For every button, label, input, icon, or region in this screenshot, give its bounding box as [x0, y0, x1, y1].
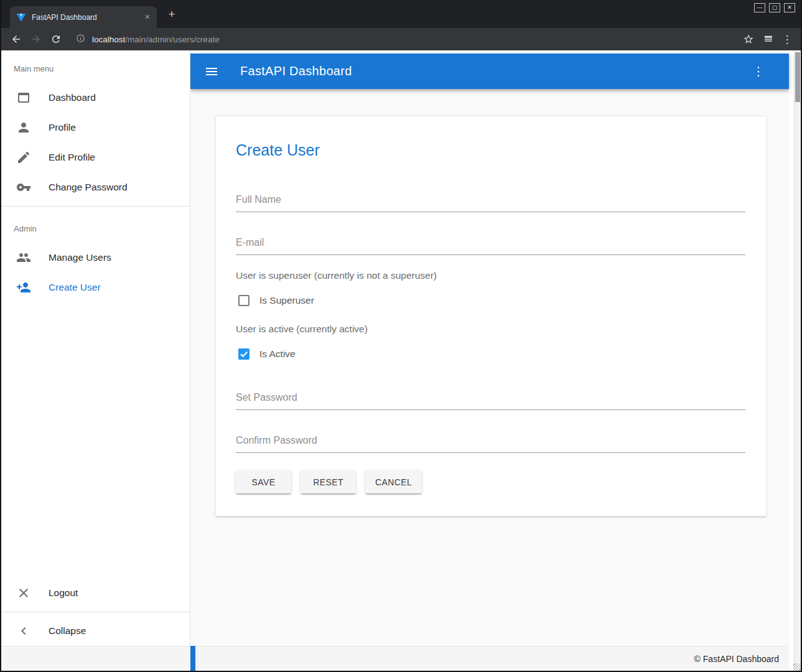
sidebar-item-dashboard[interactable]: Dashboard — [1, 83, 190, 113]
tab-close-icon[interactable]: × — [142, 12, 153, 23]
app-bar: FastAPI Dashboard ⋮ — [190, 54, 789, 89]
close-icon — [16, 586, 31, 600]
sidebar-item-edit-profile[interactable]: Edit Profile — [1, 142, 190, 172]
sidebar-item-manage-users[interactable]: Manage Users — [1, 243, 190, 273]
resize-grip-icon[interactable] — [793, 663, 801, 671]
app-area: Main menu Dashboard Profile Edit Profile — [1, 50, 801, 671]
sidebar-item-logout[interactable]: Logout — [1, 578, 190, 608]
confirm-password-input[interactable] — [236, 432, 745, 453]
sidebar-item-label: Dashboard — [49, 92, 96, 103]
person-icon — [16, 120, 31, 135]
extension-icon[interactable] — [760, 31, 776, 48]
sidebar-item-collapse[interactable]: Collapse — [1, 616, 190, 646]
dashboard-icon — [16, 90, 31, 105]
toolbar-right: ⋮ — [740, 31, 795, 48]
is-superuser-checkbox[interactable] — [238, 295, 249, 306]
people-icon — [16, 250, 31, 265]
tab-strip: FastAPI Dashboard × + — ▢ ✕ — [1, 0, 801, 28]
email-field-wrap — [236, 235, 745, 255]
url-text: localhost/main/admin/users/create — [92, 35, 220, 44]
site-info-icon[interactable] — [76, 34, 85, 45]
browser-menu-icon[interactable]: ⋮ — [780, 33, 795, 46]
create-user-card: Create User User is superuser (currently… — [215, 116, 767, 516]
superuser-hint: User is superuser (currently is not a su… — [236, 270, 745, 281]
window-controls: — ▢ ✕ — [754, 3, 795, 12]
email-input[interactable] — [236, 235, 745, 255]
is-active-checkbox[interactable] — [238, 348, 249, 360]
checkbox-label[interactable]: Is Superuser — [259, 295, 314, 306]
checkbox-label[interactable]: Is Active — [259, 348, 296, 360]
scrollbar-thumb[interactable] — [795, 52, 800, 102]
sidebar-item-label: Logout — [49, 587, 78, 599]
app-menu-icon[interactable]: ⋮ — [749, 62, 768, 81]
minimize-button[interactable]: — — [754, 3, 765, 12]
sidebar-item-create-user[interactable]: Create User — [1, 273, 190, 302]
key-icon — [16, 180, 31, 195]
close-window-button[interactable]: ✕ — [784, 3, 795, 12]
sidebar-item-change-password[interactable]: Change Password — [1, 172, 190, 202]
is-active-checkbox-row[interactable]: Is Active — [236, 348, 745, 360]
full-name-input[interactable] — [236, 192, 745, 212]
sidebar-section-admin: Admin — [1, 214, 190, 243]
set-password-field-wrap — [236, 390, 745, 410]
sidebar-divider — [1, 206, 190, 207]
confirm-password-field-wrap — [236, 432, 745, 453]
reset-button[interactable]: RESET — [301, 470, 356, 493]
copyright-text: © FastAPI Dashboard — [694, 654, 779, 664]
sidebar-item-label: Collapse — [49, 625, 86, 637]
form-actions: SAVE RESET CANCEL — [236, 470, 745, 493]
active-hint: User is active (currently active) — [236, 324, 745, 335]
hamburger-menu-icon[interactable] — [200, 60, 223, 83]
sidebar-item-label: Create User — [49, 282, 101, 293]
sidebar-item-label: Manage Users — [49, 252, 111, 263]
url-path: /main/admin/users/create — [125, 35, 220, 44]
reload-icon[interactable] — [47, 31, 64, 48]
footer-accent — [190, 646, 195, 671]
tab-title: FastAPI Dashboard — [32, 13, 142, 22]
cancel-button[interactable]: CANCEL — [365, 470, 422, 493]
browser-window: FastAPI Dashboard × + — ▢ ✕ localhost/ma… — [1, 0, 801, 671]
sidebar-item-label: Edit Profile — [49, 152, 95, 163]
address-bar[interactable]: localhost/main/admin/users/create — [76, 30, 736, 48]
new-tab-button[interactable]: + — [164, 7, 179, 22]
page-scrollbar[interactable] — [794, 50, 801, 671]
bookmark-star-icon[interactable] — [740, 31, 757, 48]
sidebar-spacer — [1, 302, 190, 578]
url-host: localhost — [92, 35, 125, 44]
page-title: Create User — [236, 141, 745, 159]
sidebar-divider — [1, 612, 190, 612]
sidebar-section-main-menu: Main menu — [1, 54, 190, 83]
save-button[interactable]: SAVE — [236, 470, 291, 493]
vuetify-favicon-icon — [16, 12, 26, 22]
sidebar-item-profile[interactable]: Profile — [1, 113, 190, 142]
person-add-icon — [16, 280, 31, 295]
full-name-field-wrap — [236, 192, 745, 212]
app-title: FastAPI Dashboard — [240, 64, 352, 78]
pencil-icon — [16, 150, 31, 165]
set-password-input[interactable] — [236, 390, 745, 410]
browser-tab[interactable]: FastAPI Dashboard × — [10, 6, 157, 28]
is-superuser-checkbox-row[interactable]: Is Superuser — [236, 295, 745, 306]
chevron-left-icon — [16, 623, 31, 638]
main-content: Create User User is superuser (currently… — [190, 89, 789, 646]
sidebar-item-label: Profile — [49, 122, 76, 133]
browser-toolbar: localhost/main/admin/users/create ⋮ — [1, 28, 801, 50]
forward-icon[interactable] — [27, 31, 44, 48]
app-footer: © FastAPI Dashboard — [1, 646, 789, 671]
sidebar: Main menu Dashboard Profile Edit Profile — [1, 50, 190, 646]
back-icon[interactable] — [7, 31, 24, 48]
sidebar-item-label: Change Password — [49, 182, 128, 193]
maximize-button[interactable]: ▢ — [769, 3, 780, 12]
